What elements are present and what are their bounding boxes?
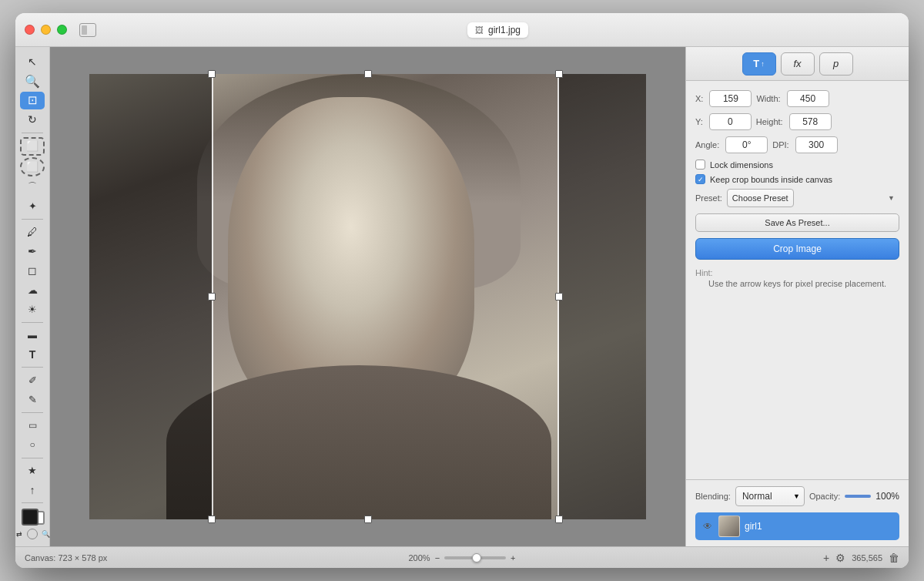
canvas-area[interactable] bbox=[50, 47, 685, 546]
maximize-button[interactable] bbox=[57, 25, 67, 35]
settings-icon[interactable]: ⚙ bbox=[835, 552, 845, 564]
zoom-tool[interactable]: 🔍 bbox=[20, 72, 45, 90]
crop-handle-br[interactable] bbox=[555, 516, 563, 523]
crop-handle-bl[interactable] bbox=[208, 516, 216, 523]
blending-label: Blending: bbox=[695, 492, 731, 501]
fx-button[interactable]: fx bbox=[781, 52, 815, 76]
crop-handle-tm[interactable] bbox=[364, 70, 372, 78]
zoom-slider-thumb bbox=[472, 553, 481, 563]
toolbar-divider-6 bbox=[22, 458, 43, 458]
text-tool[interactable]: T bbox=[20, 345, 45, 363]
add-layer-icon[interactable]: + bbox=[823, 552, 829, 564]
minimize-button[interactable] bbox=[41, 25, 51, 35]
close-button[interactable] bbox=[25, 25, 35, 35]
trash-icon[interactable]: 🗑 bbox=[889, 552, 899, 564]
text-layer-button[interactable]: T↑ bbox=[742, 52, 776, 76]
tab-filename: girl1.jpg bbox=[488, 25, 521, 35]
eraser-tool[interactable]: ◻ bbox=[20, 262, 45, 280]
statusbar: Canvas: 723 × 578 px 200% − + + ⚙ 365,56… bbox=[15, 546, 909, 568]
rotate-tool[interactable]: ↻ bbox=[20, 111, 45, 129]
keep-bounds-row: Keep crop bounds inside canvas bbox=[695, 174, 899, 184]
angle-label: Angle: bbox=[695, 140, 719, 149]
magic-wand-tool[interactable]: ✦ bbox=[20, 197, 45, 215]
canvas-dimensions: Canvas: 723 × 578 px bbox=[25, 553, 107, 563]
width-input[interactable] bbox=[787, 90, 829, 107]
opacity-label: Opacity: bbox=[809, 492, 840, 501]
blend-mode-select[interactable]: Normal Multiply Screen Overlay bbox=[735, 486, 805, 506]
dpi-input[interactable] bbox=[795, 136, 838, 153]
crop-tool[interactable]: ⊡ bbox=[20, 92, 45, 109]
coordinates: 365,565 bbox=[852, 553, 882, 563]
xy-width-height-fields: X: Width: bbox=[695, 90, 899, 107]
circle-mini[interactable] bbox=[27, 529, 38, 539]
rect-shape-tool[interactable]: ▭ bbox=[20, 417, 45, 435]
lasso-tool[interactable]: ⌒ bbox=[20, 178, 45, 196]
zoom-slider[interactable] bbox=[444, 556, 506, 559]
zoom-level: 200% bbox=[409, 553, 430, 563]
blending-row: Blending: Normal Multiply Screen Overlay… bbox=[695, 486, 899, 506]
crop-handle-tl[interactable] bbox=[208, 70, 216, 78]
rect-select-tool[interactable]: ⬜ bbox=[20, 137, 45, 156]
height-input[interactable] bbox=[789, 113, 832, 130]
toolbar-divider-4 bbox=[22, 367, 43, 368]
arrow-tool[interactable]: ↑ bbox=[20, 481, 45, 499]
bezier-tool[interactable]: ✐ bbox=[20, 371, 45, 389]
toolbar-divider-3 bbox=[22, 322, 43, 323]
keep-bounds-label: Keep crop bounds inside canvas bbox=[710, 175, 832, 184]
portrait-shoulder bbox=[166, 365, 551, 519]
x-input[interactable] bbox=[709, 90, 752, 107]
color-swatches[interactable] bbox=[20, 507, 45, 525]
layer-thumbnail bbox=[718, 516, 740, 537]
statusbar-actions: + ⚙ 365,565 🗑 bbox=[823, 552, 899, 564]
app-window: 🖼 girl1.jpg ↖ 🔍 ⊡ ↻ ⬜ ⬜ ⌒ ✦ 🖊 ✒ ◻ ☁ ☀ ▬ … bbox=[15, 13, 909, 568]
file-icon: 🖼 bbox=[475, 25, 484, 35]
layer-row[interactable]: 👁 girl1 bbox=[695, 512, 899, 540]
preset-select[interactable]: Choose Preset Square 4:3 16:9 Custom bbox=[727, 189, 794, 207]
crop-image-button[interactable]: Crop Image bbox=[695, 238, 899, 260]
height-field-group: Height: bbox=[756, 113, 832, 130]
crop-overlay-left bbox=[89, 74, 212, 519]
select-tool[interactable]: ↖ bbox=[20, 53, 45, 71]
dodge-tool[interactable]: ☀ bbox=[20, 301, 45, 318]
crop-handle-tr[interactable] bbox=[555, 70, 563, 78]
crop-handle-bm[interactable] bbox=[364, 516, 372, 523]
layer-visibility-toggle[interactable]: 👁 bbox=[701, 520, 714, 532]
hint-container: Hint: Use the arrow keys for pixel preci… bbox=[695, 267, 899, 290]
width-field-group: Width: bbox=[756, 90, 829, 107]
sidebar-toggle[interactable] bbox=[79, 23, 96, 37]
height-label: Height: bbox=[756, 117, 783, 126]
hint-text: Use the arrow keys for pixel precise pla… bbox=[695, 278, 899, 290]
smudge-tool[interactable]: ☁ bbox=[20, 281, 45, 299]
zoom-minus-icon[interactable]: − bbox=[435, 553, 440, 563]
foreground-color[interactable] bbox=[22, 509, 38, 526]
toolbar-divider-5 bbox=[22, 412, 43, 413]
layer-name: girl1 bbox=[745, 521, 762, 532]
crop-handle-mr[interactable] bbox=[555, 293, 563, 301]
preset-select-arrow: ▼ bbox=[888, 194, 895, 202]
star-tool[interactable]: ★ bbox=[20, 462, 45, 479]
toolbar-divider-2 bbox=[22, 219, 43, 220]
opacity-slider[interactable] bbox=[845, 495, 871, 498]
y-height-row: Y: Height: bbox=[695, 113, 899, 130]
pen-tool[interactable]: ✒ bbox=[20, 243, 45, 260]
line-tool[interactable]: ✎ bbox=[20, 391, 45, 408]
lock-dimensions-checkbox[interactable] bbox=[695, 160, 705, 170]
angle-input[interactable] bbox=[725, 136, 768, 153]
crop-handle-ml[interactable] bbox=[208, 293, 216, 301]
swap-colors[interactable]: ⇄ bbox=[15, 528, 25, 540]
toolbar-divider-1 bbox=[22, 133, 43, 133]
window-controls bbox=[25, 25, 67, 35]
ellipse-select-tool[interactable]: ⬜ bbox=[20, 157, 45, 176]
x-label: X: bbox=[695, 94, 703, 103]
y-label: Y: bbox=[695, 117, 703, 126]
save-preset-button[interactable]: Save As Preset... bbox=[695, 213, 899, 232]
gradient-tool[interactable]: ▬ bbox=[20, 326, 45, 344]
keep-bounds-checkbox[interactable] bbox=[695, 174, 705, 184]
titlebar-center: 🖼 girl1.jpg bbox=[96, 22, 899, 38]
y-input[interactable] bbox=[709, 113, 752, 130]
circle-shape-tool[interactable]: ○ bbox=[20, 436, 45, 454]
blend-select-wrapper: Normal Multiply Screen Overlay ▼ bbox=[735, 486, 805, 506]
active-tab[interactable]: 🖼 girl1.jpg bbox=[467, 22, 528, 38]
paint-tool[interactable]: 🖊 bbox=[20, 223, 45, 241]
preset-button[interactable]: p bbox=[819, 52, 853, 76]
